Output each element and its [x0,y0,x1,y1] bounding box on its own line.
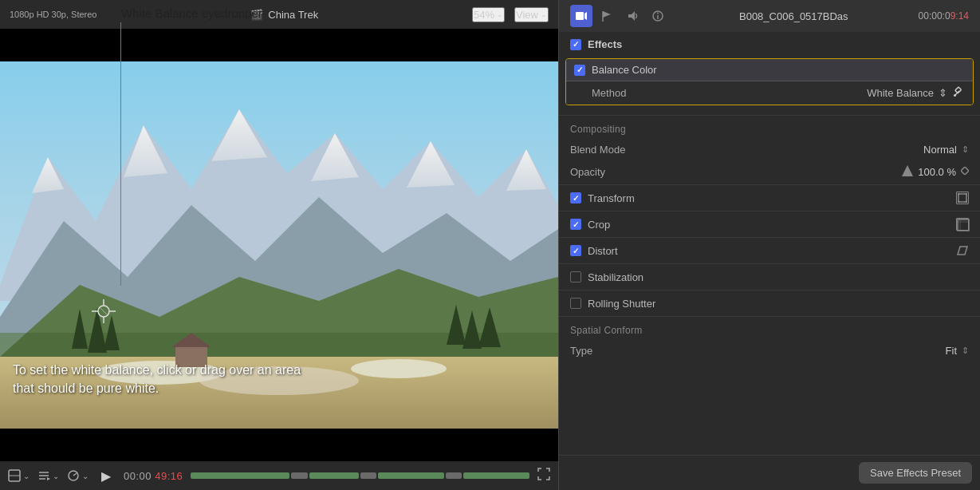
type-value-container[interactable]: Fit ⇕ [946,345,969,357]
divider-5 [559,263,980,264]
stabilization-checkbox[interactable] [570,271,581,283]
video-header-controls: 54% ⌄ View ⌄ [472,7,549,22]
video-overlay-text: To set the white balance, click or drag … [13,362,316,397]
divider-3 [559,211,980,211]
speed-chevron-icon: ⌄ [82,472,89,480]
view-mode-chevron: ⌄ [23,472,30,480]
balance-color-row[interactable]: Balance Color [566,59,973,81]
inspector-timecode: 00:00:09:14 [919,10,969,22]
blend-mode-value[interactable]: Normal ⇕ [923,144,969,156]
save-effects-preset-button[interactable]: Save Effects Preset [859,462,972,484]
divider-2 [559,184,980,185]
method-value-container: White Balance ⇕ [867,85,965,101]
keyframe-icon[interactable] [961,166,969,177]
tab-video[interactable] [570,5,592,27]
opacity-value[interactable]: 100.0 % [918,166,956,178]
svg-marker-58 [958,247,967,255]
inspector-tabs [570,5,669,27]
svg-marker-34 [47,477,50,480]
clip-name: B008_C006_0517BDas [739,10,848,22]
divider-1 [559,115,980,116]
clapper-icon: 🎬 [250,9,263,21]
crop-checkbox[interactable] [570,219,581,230]
stabilization-row: Stabilization [559,266,980,288]
opacity-value-container: 100.0 % [902,165,969,179]
video-controls: ⌄ ⌄ ⌄ ▶ [0,461,558,490]
crop-row: Crop [559,213,980,235]
rolling-shutter-checkbox[interactable] [570,298,581,309]
spatial-conform-header: Spatial Conform [559,318,980,339]
divider-4 [559,237,980,238]
video-project-info: 🎬 China Trek [250,9,318,21]
transform-label: Transform [588,192,635,204]
save-preset-bar: Save Effects Preset [559,455,980,490]
view-dropdown[interactable]: View ⌄ [514,7,549,22]
effects-label: Effects [588,38,622,50]
video-header: 1080p HD 30p, Stereo 🎬 China Trek 54% ⌄ … [0,0,558,29]
svg-rect-50 [958,194,966,202]
zoom-dropdown[interactable]: 54% ⌄ [472,7,505,22]
method-value: White Balance [867,87,934,99]
zoom-chevron-icon: ⌄ [497,10,503,18]
inspector-content[interactable]: Effects Balance Color Method White Balan… [559,32,980,455]
rolling-shutter-label: Rolling Shutter [588,298,655,310]
timecode-current: 00:00 49:16 [124,470,183,482]
distort-row: Distort [559,239,980,262]
speed-button[interactable]: ⌄ [67,469,89,482]
trim-chevron-icon: ⌄ [53,472,59,480]
type-label: Type [570,345,946,357]
tab-flag[interactable] [596,5,618,27]
svg-marker-48 [902,165,913,176]
blend-arrows-icon: ⇕ [962,144,969,155]
view-mode-button[interactable]: ⌄ [8,469,30,482]
progress-segment-4 [360,472,377,479]
eyedropper-icon[interactable] [952,85,965,101]
svg-point-13 [351,359,447,378]
transform-checkbox[interactable] [570,192,581,204]
divider-6 [559,290,980,290]
transform-row: Transform [559,187,980,209]
progress-segment-1 [191,472,289,479]
stabilization-label: Stabilization [588,271,643,283]
opacity-label: Opacity [570,166,902,178]
svg-point-51 [958,193,960,196]
video-resolution: 1080p HD 30p, Stereo [10,10,96,19]
blend-mode-label: Blend Mode [570,144,923,156]
tab-audio[interactable] [621,5,643,27]
svg-marker-41 [628,11,635,21]
inspector-panel: B008_C006_0517BDas 00:00:09:14 Effects B… [558,0,980,490]
timecode-display: 00:00 49:16 [124,468,183,483]
svg-marker-49 [961,167,969,175]
svg-rect-55 [958,219,969,231]
svg-point-54 [966,201,968,204]
method-row: Method White Balance ⇕ [566,81,973,105]
effects-section-header: Effects [559,32,980,57]
spacer-1 [559,107,980,113]
crop-label: Crop [588,219,610,231]
project-name: China Trek [268,9,318,21]
svg-rect-46 [955,87,962,93]
compositing-header: Compositing [559,117,980,138]
fullscreen-button[interactable] [537,468,550,484]
distort-icon [956,244,969,257]
method-arrows-icon: ⇕ [939,87,947,99]
svg-marker-38 [584,12,587,20]
distort-label: Distort [588,245,618,257]
tab-info[interactable] [647,5,669,27]
type-arrows-icon: ⇕ [962,346,969,356]
view-chevron-icon: ⌄ [541,10,547,18]
video-panel: White Balance eyedropper 1080p HD 30p, S… [0,0,558,490]
progress-bar[interactable] [191,472,529,479]
progress-segment-5 [378,472,444,479]
distort-checkbox[interactable] [570,245,581,256]
svg-point-47 [954,94,956,97]
svg-point-53 [958,201,960,204]
effects-checkbox[interactable] [570,39,581,50]
balance-color-checkbox[interactable] [574,65,585,76]
type-row: Type Fit ⇕ [559,339,980,362]
video-frame[interactable]: To set the white balance, click or drag … [0,29,558,461]
inspector-header: B008_C006_0517BDas 00:00:09:14 [559,0,980,32]
blend-mode-row: Blend Mode Normal ⇕ [559,138,980,160]
play-button[interactable]: ▶ [101,468,111,484]
trim-tool-button[interactable]: ⌄ [37,469,59,482]
